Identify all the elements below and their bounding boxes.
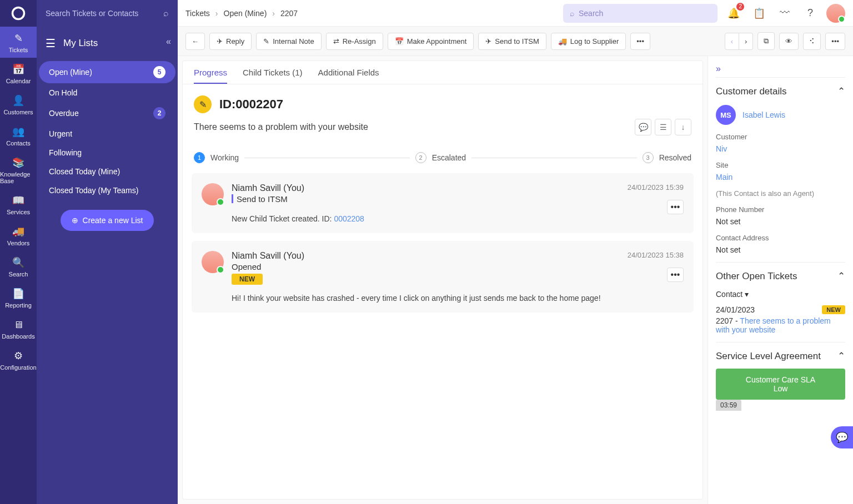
nav-configuration[interactable]: ⚙Configuration <box>0 344 37 375</box>
watch-button[interactable]: 👁 <box>779 33 799 50</box>
help-button[interactable]: ? <box>801 4 820 23</box>
reassign-button[interactable]: ⇄Re-Assign <box>326 33 383 50</box>
send-to-itsm-button[interactable]: ✈Send to ITSM <box>478 33 546 50</box>
sla-header[interactable]: Service Level Agreement ⌃ <box>716 350 845 362</box>
step-resolved[interactable]: 3Resolved <box>643 152 691 163</box>
app-logo <box>0 0 37 27</box>
phone-value: Not set <box>716 217 845 226</box>
services-icon: 📖 <box>12 194 24 206</box>
menu-icon[interactable]: ☰ <box>46 37 56 50</box>
message-more-button[interactable]: ••• <box>667 200 684 214</box>
list-open-mine-[interactable]: Open (Mine)5 <box>39 61 175 83</box>
customer-details-header[interactable]: Customer details ⌃ <box>716 85 845 97</box>
contact-avatar: MS <box>716 105 736 125</box>
nav-reporting[interactable]: 📄Reporting <box>0 282 37 313</box>
nav-vendors[interactable]: 🚚Vendors <box>0 220 37 251</box>
thread-message: Niamh Savill (You)Send to ITSM24/01/2023… <box>192 173 694 233</box>
phone-label: Phone Number <box>716 205 845 214</box>
contact-name-link[interactable]: Isabel Lewis <box>742 110 785 119</box>
search-icon: ⌕ <box>570 9 574 18</box>
comment-button[interactable]: 💬 <box>635 119 651 135</box>
list-overdue[interactable]: Overdue2 <box>39 102 175 124</box>
chat-fab[interactable]: 💬 <box>831 426 853 448</box>
ticket-title: There seems to a problem with your websi… <box>194 122 635 132</box>
breadcrumb-item[interactable]: Tickets <box>185 9 210 18</box>
sort-button[interactable]: ↓ <box>675 119 691 135</box>
current-user-avatar[interactable] <box>826 4 845 23</box>
message-body: Hi! I think your website has crashed - e… <box>232 294 684 303</box>
list-following[interactable]: Following <box>39 143 175 162</box>
other-tickets-header[interactable]: Other Open Tickets ⌃ <box>716 270 845 282</box>
child-ticket-link[interactable]: 0002208 <box>334 214 364 223</box>
next-ticket-button[interactable]: › <box>739 33 753 50</box>
plus-circle-icon: ⊕ <box>72 216 78 225</box>
contacts-icon: 👥 <box>12 125 24 138</box>
nav-knowledge-base[interactable]: 📚Knowledge Base <box>0 151 37 189</box>
expand-side-icon[interactable]: » <box>716 61 845 77</box>
configuration-icon: ⚙ <box>14 350 23 362</box>
prev-ticket-button[interactable]: ‹ <box>725 33 739 50</box>
more-actions-button[interactable]: ••• <box>630 33 650 50</box>
create-list-label: Create a new List <box>83 216 143 225</box>
count-badge: 2 <box>153 107 165 119</box>
reply-button[interactable]: ✈Reply <box>209 33 252 50</box>
internal-note-button[interactable]: ✎Internal Note <box>256 33 321 50</box>
contact-filter-dropdown[interactable]: Contact ▾ <box>716 290 845 299</box>
open-external-button[interactable]: ⧉ <box>757 32 775 50</box>
overflow-button[interactable]: ••• <box>825 33 845 50</box>
collapse-panel-icon[interactable]: « <box>166 37 171 47</box>
author-name: Niamh Savill (You) <box>232 183 620 193</box>
top-search[interactable]: ⌕ Search <box>563 4 717 23</box>
list-on-hold[interactable]: On Hold <box>39 83 175 102</box>
thread-message: Niamh Savill (You)OpenedNEW24/01/2023 15… <box>192 241 694 313</box>
customers-icon: 👤 <box>12 94 24 107</box>
global-search-wrap: ⌕ <box>37 0 178 27</box>
clipboard-button[interactable]: 📋 <box>750 4 769 23</box>
tab-progress[interactable]: Progress <box>194 68 227 84</box>
customer-link[interactable]: Niv <box>716 144 845 153</box>
ellipsis-icon: ••• <box>636 37 644 46</box>
nav-calendar[interactable]: 📅Calendar <box>0 58 37 89</box>
list-urgent[interactable]: Urgent <box>39 124 175 143</box>
log-to-supplier-button[interactable]: 🚚Log to Supplier <box>551 33 626 50</box>
send-icon: ✈ <box>485 37 491 46</box>
site-link[interactable]: Main <box>716 173 845 182</box>
back-button[interactable]: ← <box>185 33 205 50</box>
share-button[interactable]: ⠪ <box>803 33 821 50</box>
chevron-up-icon: ⌃ <box>837 85 845 97</box>
step-escalated[interactable]: 2Escalated <box>415 152 466 163</box>
step-working[interactable]: 1Working <box>194 152 239 163</box>
nav-tickets[interactable]: ✎Tickets <box>0 27 37 58</box>
notifications-button[interactable]: 🔔 2 <box>724 4 743 23</box>
arrow-left-icon: ← <box>192 37 199 46</box>
breadcrumb-item[interactable]: Open (Mine) <box>224 9 267 18</box>
other-ticket-item[interactable]: 24/01/2023 NEW 2207 - There seems to a p… <box>716 305 845 334</box>
progress-stepper: 1Working 2Escalated 3Resolved <box>183 141 703 173</box>
nav-contacts[interactable]: 👥Contacts <box>0 120 37 151</box>
ticket-type-icon: ✎ <box>194 95 212 113</box>
make-appointment-button[interactable]: 📅Make Appointment <box>388 33 474 50</box>
address-label: Contact Address <box>716 234 845 242</box>
pencil-icon: ✎ <box>263 37 269 46</box>
sla-card: Customer Care SLA Low <box>716 369 845 400</box>
search-icon: ⌕ <box>163 8 169 18</box>
message-more-button[interactable]: ••• <box>667 268 684 282</box>
collapse-thread-button[interactable]: ☰ <box>655 119 671 135</box>
tab-child-tickets[interactable]: Child Tickets (1) <box>243 68 303 84</box>
list-closed-today-mine-[interactable]: Closed Today (Mine) <box>39 162 175 181</box>
create-list-button[interactable]: ⊕ Create a new List <box>61 210 154 231</box>
list-closed-today-my-teams-[interactable]: Closed Today (My Teams) <box>39 181 175 200</box>
nav-search[interactable]: 🔍Search <box>0 251 37 282</box>
tab-additional-fields[interactable]: Additional Fields <box>318 68 379 84</box>
nav-services[interactable]: 📖Services <box>0 189 37 220</box>
action-bar: ← ✈Reply ✎Internal Note ⇄Re-Assign 📅Make… <box>178 27 853 56</box>
feed-button[interactable]: 〰 <box>775 4 794 23</box>
search-icon: 🔍 <box>12 256 24 269</box>
nav-rail: ✎Tickets📅Calendar👤Customers👥Contacts📚Kno… <box>0 0 37 504</box>
nav-customers[interactable]: 👤Customers <box>0 89 37 120</box>
global-search-input[interactable] <box>46 9 159 18</box>
nav-dashboards[interactable]: 🖥Dashboards <box>0 313 37 344</box>
ticket-main: Progress Child Tickets (1) Additional Fi… <box>182 61 703 500</box>
agent-note: (This Contact is also an Agent) <box>716 189 845 198</box>
svg-point-0 <box>13 8 24 19</box>
